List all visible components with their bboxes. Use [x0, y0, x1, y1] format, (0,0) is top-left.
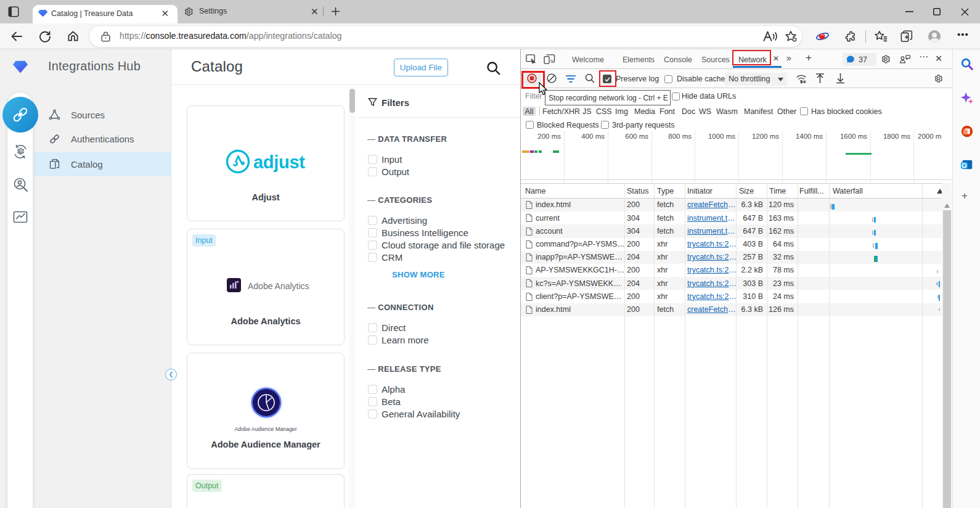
svg-text:adjust: adjust: [253, 152, 305, 172]
